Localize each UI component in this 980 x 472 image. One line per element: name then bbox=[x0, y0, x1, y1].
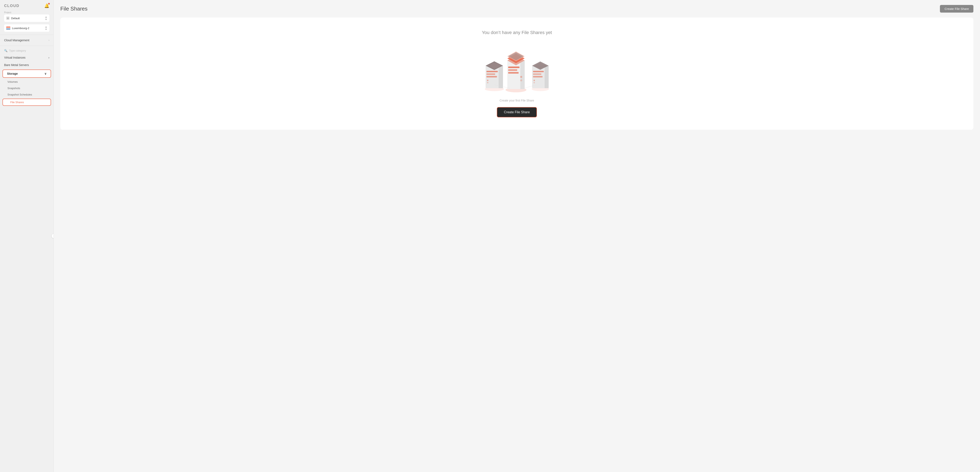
svg-rect-27 bbox=[533, 73, 541, 75]
sidebar-item-cloud-management[interactable]: Cloud Management › bbox=[0, 36, 54, 44]
sidebar-collapse-button[interactable]: ‹ bbox=[51, 233, 54, 239]
snapshots-label: Snapshots bbox=[8, 87, 20, 90]
main-content: File Shares Create File Share You don’t … bbox=[54, 0, 980, 472]
servers-illustration bbox=[474, 40, 560, 94]
svg-point-30 bbox=[534, 82, 535, 83]
search-input[interactable] bbox=[9, 49, 49, 52]
empty-state-card: You don’t have any File Shares yet bbox=[60, 17, 974, 130]
cloud-logo: CLOUD bbox=[4, 4, 19, 8]
svg-rect-26 bbox=[533, 71, 544, 72]
project-label: Project bbox=[4, 11, 49, 14]
notification-badge bbox=[48, 3, 50, 5]
chevron-updown-icon: ▲▼ bbox=[45, 16, 47, 21]
flag-icon bbox=[6, 27, 10, 30]
divider2 bbox=[0, 46, 54, 46]
sidebar: CLOUD 🔔 Project ⊞ Default ▲▼ Luxembour bbox=[0, 0, 54, 472]
svg-rect-4 bbox=[487, 71, 498, 72]
chevron-right-icon: › bbox=[49, 39, 49, 42]
virtual-instances-label: Virtual Instances bbox=[4, 56, 25, 59]
sidebar-item-snapshots[interactable]: Snapshots bbox=[0, 85, 54, 91]
divider bbox=[0, 35, 54, 35]
storage-label: Storage bbox=[7, 72, 18, 75]
svg-rect-13 bbox=[520, 60, 525, 89]
region-left: Luxembourg-2 bbox=[6, 27, 29, 30]
svg-rect-15 bbox=[508, 69, 517, 71]
project-icon: ⊞ bbox=[6, 16, 10, 20]
file-shares-label: File Shares bbox=[10, 101, 24, 104]
region-selector[interactable]: Luxembourg-2 ▲▼ bbox=[4, 24, 49, 32]
svg-rect-6 bbox=[487, 76, 497, 78]
create-file-share-header-button[interactable]: Create File Share bbox=[940, 5, 974, 13]
svg-point-18 bbox=[520, 79, 522, 81]
sidebar-item-snapshot-schedules[interactable]: Snapshot Schedules bbox=[0, 91, 54, 98]
svg-rect-16 bbox=[508, 72, 519, 74]
sidebar-header: CLOUD 🔔 bbox=[0, 0, 54, 10]
sidebar-item-virtual-instances[interactable]: Virtual Instances › bbox=[0, 54, 54, 61]
svg-rect-5 bbox=[487, 73, 495, 75]
svg-rect-25 bbox=[544, 66, 549, 88]
project-selector-left: ⊞ Default bbox=[6, 16, 20, 20]
notification-icon[interactable]: 🔔 bbox=[44, 3, 49, 8]
bare-metal-label: Bare Metal Servers bbox=[4, 63, 29, 67]
sidebar-item-file-shares[interactable]: File Shares bbox=[3, 98, 51, 106]
servers-svg bbox=[474, 44, 560, 94]
svg-point-7 bbox=[487, 80, 488, 81]
main-header: File Shares Create File Share bbox=[60, 5, 974, 13]
svg-rect-14 bbox=[508, 67, 520, 68]
sidebar-item-storage[interactable]: Storage ∨ bbox=[3, 70, 51, 78]
empty-state-title: You don’t have any File Shares yet bbox=[482, 30, 552, 35]
volumes-label: Volumes bbox=[8, 80, 18, 83]
svg-rect-28 bbox=[533, 76, 542, 78]
sidebar-item-bare-metal-servers[interactable]: Bare Metal Servers bbox=[0, 61, 54, 69]
svg-rect-3 bbox=[499, 66, 503, 88]
snapshot-schedules-label: Snapshot Schedules bbox=[8, 93, 32, 96]
svg-point-8 bbox=[487, 82, 488, 83]
sidebar-item-volumes[interactable]: Volumes bbox=[0, 79, 54, 85]
project-name: Default bbox=[11, 17, 20, 20]
search-box[interactable]: 🔍 bbox=[0, 48, 54, 54]
region-chevron-icon: ▲▼ bbox=[45, 25, 47, 30]
storage-chevron-icon: ∨ bbox=[45, 72, 46, 75]
svg-point-29 bbox=[534, 80, 535, 81]
svg-point-17 bbox=[520, 76, 522, 78]
project-selector[interactable]: ⊞ Default ▲▼ bbox=[4, 14, 49, 22]
cloud-management-label: Cloud Management bbox=[4, 39, 29, 42]
virtual-instances-chevron-icon: › bbox=[48, 56, 49, 59]
empty-state-subtitle: Create your first File Share bbox=[500, 99, 534, 102]
page-title: File Shares bbox=[60, 6, 88, 12]
create-file-share-cta-button[interactable]: Create File Share bbox=[497, 107, 537, 117]
search-icon: 🔍 bbox=[4, 49, 8, 52]
project-section: Project ⊞ Default ▲▼ bbox=[0, 10, 54, 23]
region-name: Luxembourg-2 bbox=[12, 27, 29, 30]
